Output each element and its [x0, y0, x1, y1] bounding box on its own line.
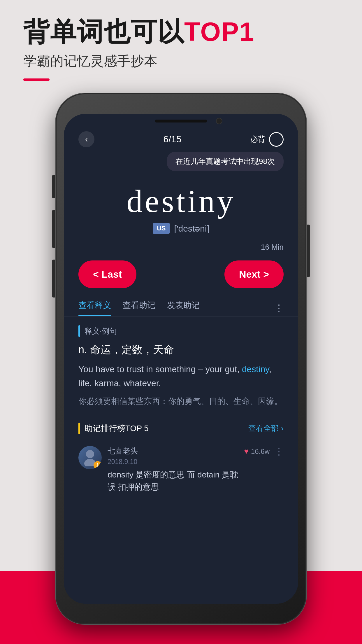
bookmark-circle: [269, 132, 284, 147]
header-underline: [23, 78, 50, 81]
definition-area: 释义·例句 n. 命运，定数，天命 You have to trust in s…: [64, 316, 298, 417]
avatar-rank-badge: 1: [94, 461, 102, 469]
phone-volume-up-button: [52, 210, 56, 248]
word-text: destiny: [75, 183, 287, 220]
header-title-part1: 背单词也可以: [23, 17, 184, 46]
word-counter: 6/15: [163, 134, 181, 145]
definition-label-bar: [78, 325, 80, 337]
last-button[interactable]: < Last: [78, 260, 136, 288]
back-button[interactable]: ‹: [78, 131, 94, 147]
view-all-label: 查看全部: [248, 423, 279, 433]
memory-card: 1 七喜老头 2018.9.10 density 是密度的意思 而 detain…: [78, 440, 284, 499]
heart-icon: ♥: [244, 447, 249, 456]
view-all-button[interactable]: 查看全部 ›: [248, 423, 284, 433]
phone-volume-down-button: [52, 260, 56, 298]
phone-power-button: [306, 225, 310, 277]
memory-avatar: 1: [78, 446, 102, 469]
navigation-buttons: < Last Next >: [64, 255, 298, 294]
memory-title-bar: [78, 423, 80, 434]
frequency-tooltip: 在近几年真题考试中出现98次: [167, 152, 284, 171]
tab-mnemonic-post-label: 发表助记: [167, 301, 200, 310]
definition-label-text: 释义·例句: [85, 326, 117, 336]
memory-username: 七喜老头: [108, 446, 238, 456]
card-more-button[interactable]: ⋮: [274, 446, 284, 457]
memory-date: 2018.9.10: [108, 458, 238, 466]
definition-example-en: You have to trust in something – your gu…: [78, 362, 284, 390]
memory-section-title: 助记排行榜TOP 5: [85, 423, 149, 434]
definition-pos: n. 命运，定数，天命: [78, 343, 284, 357]
phonetic-text: ['destəni]: [174, 223, 209, 234]
tab-definition[interactable]: 查看释义: [78, 300, 111, 316]
phone-screen: ‹ 6/15 必背 在近几年真题考试中出现98次 destiny US ['de…: [64, 114, 298, 604]
example-en-before: You have to trust in something – your gu…: [78, 364, 242, 374]
memory-content: density 是密度的意思 而 detain 是耽误 扣押的意思: [108, 469, 238, 493]
phone-device: ‹ 6/15 必背 在近几年真题考试中出现98次 destiny US ['de…: [56, 93, 306, 624]
svg-point-0: [86, 450, 94, 458]
bookmark-area[interactable]: 必背: [250, 132, 284, 147]
phone-shell: ‹ 6/15 必背 在近几年真题考试中出现98次 destiny US ['de…: [56, 93, 306, 624]
phone-mute-button: [52, 175, 56, 198]
chevron-right-icon: ›: [281, 424, 284, 433]
definition-example-zh: 你必须要相信某些东西：你的勇气、目的、生命、因缘。: [78, 395, 284, 408]
header-area: 背单词也可以TOP1 学霸的记忆灵感手抄本: [23, 18, 339, 81]
like-count: 16.6w: [251, 447, 270, 456]
phonetic-badge: US: [153, 223, 170, 234]
definition-section-label: 释义·例句: [78, 325, 284, 337]
header-subtitle: 学霸的记忆灵感手抄本: [23, 52, 339, 70]
tab-mnemonic-post[interactable]: 发表助记: [167, 300, 200, 316]
word-area: destiny US ['destəni]: [64, 171, 298, 240]
memory-section: 助记排行榜TOP 5 查看全部 ›: [64, 423, 298, 499]
screen-content: ‹ 6/15 必背 在近几年真题考试中出现98次 destiny US ['de…: [64, 128, 298, 604]
tab-bar: 查看释义 查看助记 发表助记 ⋮: [64, 294, 298, 316]
memory-title-group: 助记排行榜TOP 5: [78, 423, 149, 434]
next-button[interactable]: Next >: [224, 260, 284, 288]
tab-mnemonic-view-label: 查看助记: [123, 301, 155, 310]
back-icon: ‹: [85, 135, 88, 144]
memory-header: 助记排行榜TOP 5 查看全部 ›: [78, 423, 284, 434]
example-word-highlight: destiny: [242, 364, 269, 374]
tab-more-icon[interactable]: ⋮: [274, 302, 284, 314]
tab-definition-label: 查看释义: [78, 301, 111, 310]
header-title: 背单词也可以TOP1: [23, 18, 339, 46]
memory-card-info: 七喜老头 2018.9.10 density 是密度的意思 而 detain 是…: [108, 446, 238, 493]
word-phonetic-area: US ['destəni]: [75, 223, 287, 234]
header-title-highlight: TOP1: [184, 17, 254, 46]
like-button[interactable]: ♥ 16.6w: [244, 447, 270, 456]
nav-bar: ‹ 6/15 必背: [64, 128, 298, 150]
memory-actions: ♥ 16.6w ⋮: [244, 446, 284, 457]
bookmark-label: 必背: [250, 134, 266, 144]
phone-camera: [216, 118, 222, 124]
time-label: 16 Min: [64, 243, 298, 252]
tab-mnemonic-view[interactable]: 查看助记: [123, 300, 155, 316]
phone-speaker: [155, 120, 207, 123]
